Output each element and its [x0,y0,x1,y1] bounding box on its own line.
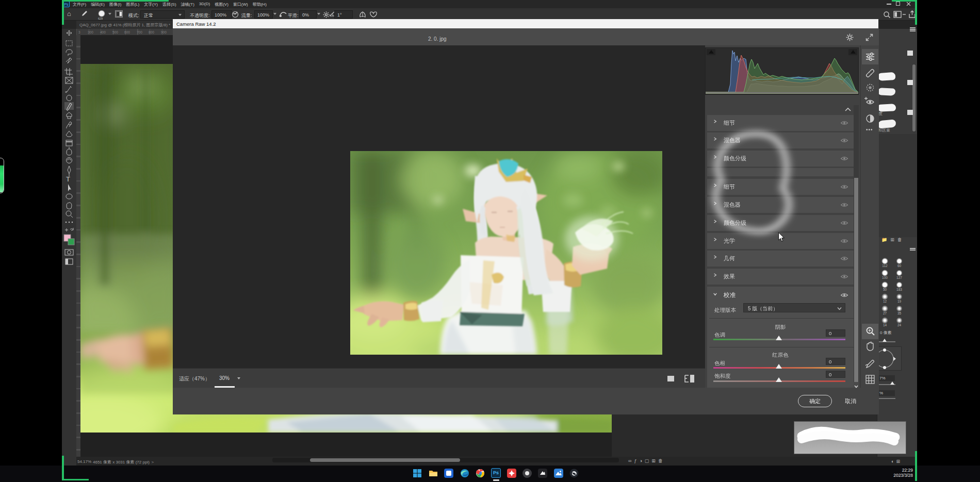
svg-text:T: T [66,175,70,183]
